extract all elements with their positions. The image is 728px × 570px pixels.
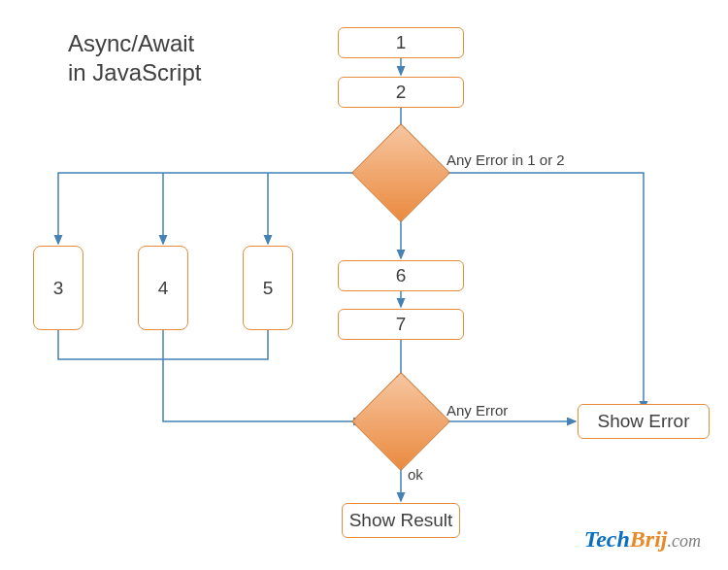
diagram-title: Async/Await in JavaScript [68,29,201,87]
node-2-label: 2 [396,82,407,103]
node-6: 6 [338,260,464,291]
node-5-label: 5 [263,278,274,299]
decision-1 [351,123,450,222]
node-1: 1 [338,27,464,58]
brand-part-1: Tech [584,526,630,552]
brand-part-2: Brij [630,526,668,552]
brand-part-3: .com [668,531,702,551]
node-7-label: 7 [396,314,407,335]
title-line-1: Async/Await [68,30,194,56]
node-6-label: 6 [396,265,407,286]
decision-2 [351,372,450,471]
node-show-error: Show Error [578,404,710,439]
label-any-error: Any Error [447,402,508,419]
node-4: 4 [138,246,188,330]
node-show-result: Show Result [342,503,460,538]
show-result-label: Show Result [349,510,453,531]
label-ok: ok [408,466,423,483]
node-3: 3 [33,246,83,330]
node-5: 5 [243,246,293,330]
node-1-label: 1 [396,32,407,53]
node-7: 7 [338,309,464,340]
title-line-2: in JavaScript [68,59,201,85]
node-3-label: 3 [53,278,64,299]
branding-logo: TechBrij.com [584,526,701,553]
node-2: 2 [338,77,464,108]
show-error-label: Show Error [597,411,689,432]
node-4-label: 4 [158,278,169,299]
label-error-1-or-2: Any Error in 1 or 2 [447,151,565,168]
